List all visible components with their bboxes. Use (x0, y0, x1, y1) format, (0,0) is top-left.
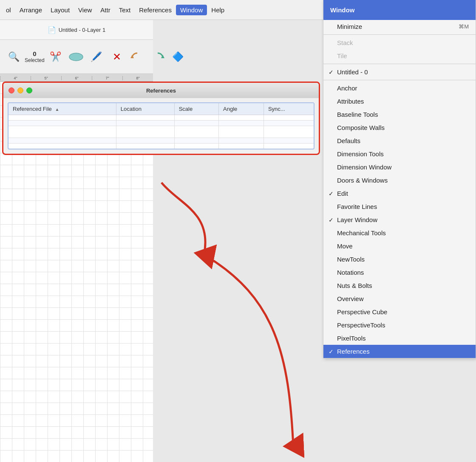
menu-move[interactable]: Move (323, 239, 476, 253)
menu-untitled[interactable]: Untitled - 0 (323, 65, 476, 79)
menu-newtools[interactable]: NewTools (323, 253, 476, 266)
menu-item-attr[interactable]: Attr (96, 5, 114, 15)
cell-file-2 (8, 121, 116, 126)
table-row (8, 121, 314, 126)
menu-edit[interactable]: Edit (323, 187, 476, 200)
cell-loc-1 (116, 115, 174, 121)
menu-composite-walls[interactable]: Composite Walls (323, 121, 476, 134)
menu-layer-window[interactable]: Layer Window (323, 213, 476, 226)
menu-dimension-tools[interactable]: Dimension Tools (323, 147, 476, 161)
annotation-arrow (128, 178, 332, 462)
cell-loc-2 (116, 121, 174, 126)
document-icon: 📄 (48, 26, 56, 34)
cell-scale-2 (174, 121, 218, 126)
document-titlebar: 📄 Untitled - 0-Layer 1 (0, 20, 153, 40)
cell-scale-5 (174, 144, 218, 149)
menu-favorite-lines[interactable]: Favorite Lines (323, 200, 476, 213)
col-scale[interactable]: Scale (174, 103, 218, 115)
horizontal-ruler: 4" 5" 6" 7" 8" (0, 74, 153, 82)
undo-tool[interactable] (128, 48, 147, 66)
cell-file-3 (8, 126, 116, 138)
svg-point-0 (69, 53, 83, 61)
menu-item-help[interactable]: Help (207, 5, 229, 15)
traffic-lights (8, 87, 32, 93)
col-sync[interactable]: Sync... (264, 103, 314, 115)
menu-item-view[interactable]: View (74, 5, 96, 15)
cell-loc-5 (116, 144, 174, 149)
paste-tool[interactable]: 🖊️ (87, 48, 106, 66)
table-row (8, 144, 314, 149)
menu-sep-3 (323, 80, 476, 80)
menu-baseline-tools[interactable]: Baseline Tools (323, 108, 476, 121)
cell-sync-2 (264, 121, 314, 126)
menu-minimize[interactable]: Minimize ⌘M (323, 20, 476, 33)
close-button[interactable] (8, 87, 14, 93)
menu-pixel-tools[interactable]: PixelTools (323, 332, 476, 345)
ruler-mark-7: 7" (92, 76, 122, 80)
menu-attributes[interactable]: Attributes (323, 95, 476, 108)
window-menu-dropdown: Window Minimize ⌘M Stack Tile Untitled -… (323, 0, 476, 358)
minimize-button[interactable] (17, 87, 23, 93)
cell-scale-4 (174, 138, 218, 144)
menu-stack: Stack (323, 36, 476, 49)
cell-file-1 (8, 115, 116, 121)
zoom-button[interactable] (26, 87, 32, 93)
toolbar-group-main: 🔍 0 Selected ✂️ 🖊️ ✕ 🔷 (4, 48, 187, 66)
col-angle[interactable]: Angle (219, 103, 264, 115)
window-menu-header: Window (323, 0, 476, 20)
oval-tool[interactable] (67, 48, 85, 66)
menu-notations[interactable]: Notations (323, 266, 476, 279)
sort-arrow-icon: ▲ (55, 107, 59, 112)
menu-sep-2 (323, 64, 476, 64)
menu-item-references[interactable]: References (135, 5, 176, 15)
delete-tool[interactable]: ✕ (108, 48, 126, 66)
menu-item-text[interactable]: Text (115, 5, 135, 15)
menu-overview[interactable]: Overview (323, 292, 476, 305)
menu-perspective-tools[interactable]: PerspectiveTools (323, 318, 476, 332)
cell-file-5 (8, 144, 116, 149)
table-header-row: Referenced File ▲ Location Scale Angle S… (8, 103, 314, 115)
window-menu-title: Window (330, 6, 354, 14)
col-location[interactable]: Location (116, 103, 174, 115)
menu-item-arrange[interactable]: Arrange (15, 5, 46, 15)
menu-references[interactable]: References (323, 345, 476, 358)
references-table: Referenced File ▲ Location Scale Angle S… (8, 103, 314, 149)
selection-label: Selected (25, 57, 45, 63)
table-row (8, 138, 314, 144)
scissors-tool[interactable]: ✂️ (46, 48, 65, 66)
menu-defaults[interactable]: Defaults (323, 134, 476, 147)
toolbar: 🔍 0 Selected ✂️ 🖊️ ✕ 🔷 (0, 40, 153, 74)
document-title: Untitled - 0-Layer 1 (59, 27, 106, 33)
references-titlebar: References (3, 83, 319, 98)
menu-tile: Tile (323, 49, 476, 62)
menu-perspective-cube[interactable]: Perspective Cube (323, 305, 476, 318)
selection-count-group: 0 Selected (25, 50, 45, 63)
cell-sync-3 (264, 126, 314, 138)
references-window: References Referenced File ▲ Location Sc… (2, 82, 320, 155)
ruler-mark-5: 5" (31, 76, 61, 80)
menu-item-ol[interactable]: ol (2, 5, 15, 15)
cell-angle-3 (219, 126, 264, 138)
col-referenced-file[interactable]: Referenced File ▲ (8, 103, 116, 115)
cell-angle-1 (219, 115, 264, 121)
menu-anchor[interactable]: Anchor (323, 82, 476, 95)
cell-sync-1 (264, 115, 314, 121)
menu-item-layout[interactable]: Layout (46, 5, 74, 15)
menu-doors-windows[interactable]: Doors & Windows (323, 174, 476, 187)
menu-item-window[interactable]: Window (176, 5, 207, 15)
ruler-mark-6: 6" (61, 76, 92, 80)
cell-angle-2 (219, 121, 264, 126)
cell-angle-4 (219, 138, 264, 144)
selection-count: 0 (33, 50, 36, 57)
redo-tool[interactable] (148, 48, 167, 66)
cell-angle-5 (219, 144, 264, 149)
cell-sync-5 (264, 144, 314, 149)
ruler-mark-4: 4" (0, 76, 31, 80)
layer-tool[interactable]: 🔷 (169, 48, 187, 66)
menu-mechanical-tools[interactable]: Mechanical Tools (323, 226, 476, 239)
cell-file-4 (8, 138, 116, 144)
table-row (8, 115, 314, 121)
menu-nuts-bolts[interactable]: Nuts & Bolts (323, 279, 476, 292)
menu-dimension-window[interactable]: Dimension Window (323, 161, 476, 174)
zoom-tool[interactable]: 🔍 (4, 48, 23, 66)
